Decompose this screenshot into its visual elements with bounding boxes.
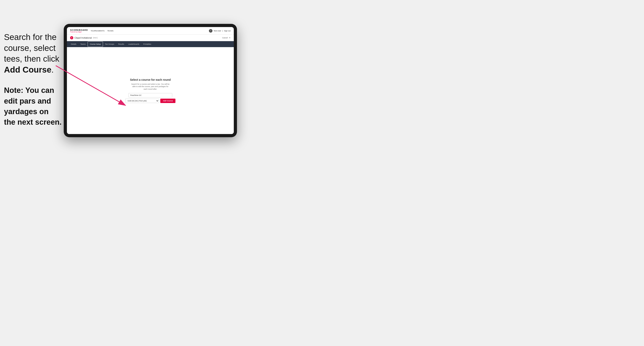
nav-tournaments[interactable]: TOURNAMENTS [90,30,104,32]
nav-left: SCOREBOARD Powered by clippd TOURNAMENTS… [70,29,114,33]
left-instruction-panel: Search for the course, select tees, then… [4,32,62,128]
tablet-device: SCOREBOARD Powered by clippd TOURNAMENTS… [64,24,237,137]
course-search-input[interactable] [128,93,172,97]
logo-main: SCOREBOARD [70,29,88,31]
tab-details[interactable]: Details [69,41,78,47]
add-course-button[interactable]: Add Course [160,99,175,103]
tournament-icon: C [70,36,73,39]
tab-tee-groups[interactable]: Tee Groups [103,41,116,47]
tab-results[interactable]: Results [116,41,126,47]
cancel-button[interactable]: Cancel ✕ [222,37,230,39]
tab-course-setup[interactable]: Course Setup [88,41,103,47]
instruction-bold: Add Course [4,65,52,74]
tee-select-row: Gold (M) (M) (7010 yds) Add Course [125,99,175,103]
nav-separator: | [222,30,223,32]
user-label: Test User [214,30,221,32]
nav-right: T Test User | Sign out [209,29,230,33]
nav-bar: SCOREBOARD Powered by clippd TOURNAMENTS… [67,27,234,35]
tab-bar: Details Teams Course Setup Tee Groups Re… [67,41,234,47]
tournament-title: C Clippd Invitational (Men) [70,36,98,39]
nav-teams[interactable]: TEAMS [107,30,114,32]
course-select-title: Select a course for each round [130,78,171,81]
tournament-name: Clippd Invitational [74,37,92,39]
note-text: Note: You can edit pars and yardages on … [4,85,62,128]
tournament-gender: (Men) [93,37,98,39]
logo-sub: Powered by clippd [70,31,88,33]
tournament-header: C Clippd Invitational (Men) Cancel ✕ [67,35,234,41]
user-avatar: T [209,29,212,33]
tab-leaderboards[interactable]: Leaderboards [126,41,142,47]
course-select-desc: Search for a course and select a tee. Yo… [130,83,170,90]
instruction-text: Search for the course, select tees, then… [4,32,62,75]
signout-link[interactable]: Sign out [224,30,230,32]
tablet-screen: SCOREBOARD Powered by clippd TOURNAMENTS… [67,27,234,134]
tab-teams[interactable]: Teams [78,41,88,47]
tee-select[interactable]: Gold (M) (M) (7010 yds) [125,99,159,103]
tab-printables[interactable]: Printables [141,41,153,47]
logo: SCOREBOARD Powered by clippd [70,29,88,33]
main-content: Select a course for each round Search fo… [67,47,234,134]
